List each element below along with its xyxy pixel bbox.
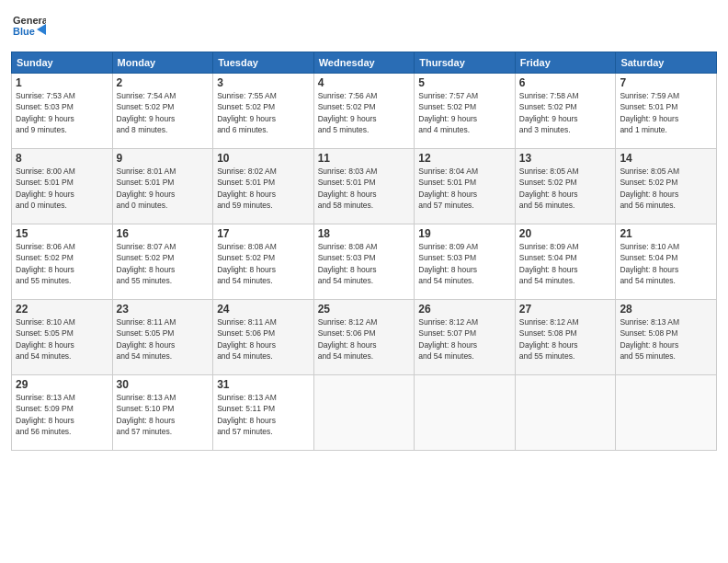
day-number: 25 [318,303,411,316]
day-info: Sunrise: 8:13 AM Sunset: 5:10 PM Dayligh… [117,392,210,437]
day-info: Sunrise: 8:09 AM Sunset: 5:03 PM Dayligh… [418,241,511,286]
day-number: 12 [418,152,511,165]
calendar-cell [415,375,516,451]
day-info: Sunrise: 7:53 AM Sunset: 5:03 PM Dayligh… [16,90,108,135]
day-info: Sunrise: 8:10 AM Sunset: 5:04 PM Dayligh… [620,241,712,286]
calendar-cell: 5Sunrise: 7:57 AM Sunset: 5:02 PM Daylig… [415,74,516,149]
calendar-cell: 4Sunrise: 7:56 AM Sunset: 5:02 PM Daylig… [313,74,415,149]
day-info: Sunrise: 8:05 AM Sunset: 5:02 PM Dayligh… [620,166,712,211]
day-number: 24 [217,303,310,316]
calendar-cell: 26Sunrise: 8:12 AM Sunset: 5:07 PM Dayli… [415,300,516,375]
logo-icon: General Blue [11,9,46,44]
weekday-header-sunday: Sunday [12,52,113,74]
calendar-cell: 3Sunrise: 7:55 AM Sunset: 5:02 PM Daylig… [213,74,314,149]
day-info: Sunrise: 8:00 AM Sunset: 5:01 PM Dayligh… [16,166,108,211]
svg-text:Blue: Blue [13,26,35,37]
calendar-week-3: 15Sunrise: 8:06 AM Sunset: 5:02 PM Dayli… [12,224,717,300]
calendar-week-4: 22Sunrise: 8:10 AM Sunset: 5:05 PM Dayli… [12,300,717,375]
svg-text:General: General [13,15,46,26]
day-number: 17 [217,227,310,240]
day-info: Sunrise: 8:08 AM Sunset: 5:03 PM Dayligh… [318,241,411,286]
calendar-cell: 17Sunrise: 8:08 AM Sunset: 5:02 PM Dayli… [213,224,314,300]
day-number: 23 [117,303,210,316]
day-number: 3 [217,76,310,89]
day-number: 26 [418,303,511,316]
calendar-cell: 11Sunrise: 8:03 AM Sunset: 5:01 PM Dayli… [313,149,415,224]
calendar-cell [313,375,415,451]
day-number: 13 [519,152,612,165]
day-number: 27 [519,303,612,316]
calendar-cell: 28Sunrise: 8:13 AM Sunset: 5:08 PM Dayli… [616,300,717,375]
day-number: 22 [16,303,108,316]
day-info: Sunrise: 8:05 AM Sunset: 5:02 PM Dayligh… [519,166,612,211]
day-number: 11 [318,152,411,165]
day-number: 15 [16,227,108,240]
calendar-cell: 7Sunrise: 7:59 AM Sunset: 5:01 PM Daylig… [616,74,717,149]
calendar-cell: 8Sunrise: 8:00 AM Sunset: 5:01 PM Daylig… [12,149,113,224]
weekday-header-saturday: Saturday [616,52,717,74]
calendar-cell: 16Sunrise: 8:07 AM Sunset: 5:02 PM Dayli… [112,224,213,300]
calendar-cell: 14Sunrise: 8:05 AM Sunset: 5:02 PM Dayli… [616,149,717,224]
calendar-week-5: 29Sunrise: 8:13 AM Sunset: 5:09 PM Dayli… [12,375,717,451]
day-info: Sunrise: 8:10 AM Sunset: 5:05 PM Dayligh… [16,316,108,362]
day-info: Sunrise: 8:01 AM Sunset: 5:01 PM Dayligh… [117,166,210,211]
day-number: 10 [217,152,310,165]
day-info: Sunrise: 7:57 AM Sunset: 5:02 PM Dayligh… [418,90,511,135]
day-info: Sunrise: 8:12 AM Sunset: 5:06 PM Dayligh… [318,316,411,362]
day-number: 4 [318,76,411,89]
calendar-cell: 31Sunrise: 8:13 AM Sunset: 5:11 PM Dayli… [213,375,314,451]
calendar-cell: 2Sunrise: 7:54 AM Sunset: 5:02 PM Daylig… [112,74,213,149]
calendar-cell: 19Sunrise: 8:09 AM Sunset: 5:03 PM Dayli… [415,224,516,300]
day-info: Sunrise: 8:12 AM Sunset: 5:08 PM Dayligh… [519,316,612,362]
day-info: Sunrise: 7:59 AM Sunset: 5:01 PM Dayligh… [620,90,712,135]
weekday-header-tuesday: Tuesday [213,52,314,74]
day-number: 30 [117,378,210,391]
day-number: 5 [418,76,511,89]
calendar-cell: 24Sunrise: 8:11 AM Sunset: 5:06 PM Dayli… [213,300,314,375]
calendar-cell: 29Sunrise: 8:13 AM Sunset: 5:09 PM Dayli… [12,375,113,451]
calendar-cell: 23Sunrise: 8:11 AM Sunset: 5:05 PM Dayli… [112,300,213,375]
day-info: Sunrise: 8:03 AM Sunset: 5:01 PM Dayligh… [318,166,411,211]
day-number: 16 [117,227,210,240]
calendar-cell: 9Sunrise: 8:01 AM Sunset: 5:01 PM Daylig… [112,149,213,224]
page-container: General Blue SundayMondayTuesdayWednesda… [0,0,728,458]
logo: General Blue [11,9,46,44]
weekday-header-thursday: Thursday [415,52,516,74]
day-number: 19 [418,227,511,240]
day-number: 20 [519,227,612,240]
day-info: Sunrise: 8:02 AM Sunset: 5:01 PM Dayligh… [217,166,310,211]
day-number: 14 [620,152,712,165]
calendar-cell: 27Sunrise: 8:12 AM Sunset: 5:08 PM Dayli… [515,300,616,375]
day-number: 31 [217,378,310,391]
day-number: 7 [620,76,712,89]
day-info: Sunrise: 8:12 AM Sunset: 5:07 PM Dayligh… [418,316,511,362]
weekday-header-friday: Friday [515,52,616,74]
day-info: Sunrise: 8:13 AM Sunset: 5:08 PM Dayligh… [620,316,712,362]
calendar-cell [616,375,717,451]
weekday-header-wednesday: Wednesday [313,52,415,74]
day-number: 29 [16,378,108,391]
calendar-cell: 6Sunrise: 7:58 AM Sunset: 5:02 PM Daylig… [515,74,616,149]
calendar-cell: 25Sunrise: 8:12 AM Sunset: 5:06 PM Dayli… [313,300,415,375]
calendar-body: 1Sunrise: 7:53 AM Sunset: 5:03 PM Daylig… [12,74,717,451]
day-info: Sunrise: 8:13 AM Sunset: 5:09 PM Dayligh… [16,392,108,437]
day-number: 21 [620,227,712,240]
weekday-header-row: SundayMondayTuesdayWednesdayThursdayFrid… [12,52,717,74]
day-number: 18 [318,227,411,240]
day-number: 9 [117,152,210,165]
header: General Blue [11,9,717,44]
day-info: Sunrise: 7:55 AM Sunset: 5:02 PM Dayligh… [217,90,310,135]
calendar-week-2: 8Sunrise: 8:00 AM Sunset: 5:01 PM Daylig… [12,149,717,224]
calendar-cell: 12Sunrise: 8:04 AM Sunset: 5:01 PM Dayli… [415,149,516,224]
calendar-cell: 15Sunrise: 8:06 AM Sunset: 5:02 PM Dayli… [12,224,113,300]
calendar-cell: 22Sunrise: 8:10 AM Sunset: 5:05 PM Dayli… [12,300,113,375]
calendar-cell: 13Sunrise: 8:05 AM Sunset: 5:02 PM Dayli… [515,149,616,224]
day-info: Sunrise: 8:09 AM Sunset: 5:04 PM Dayligh… [519,241,612,286]
day-number: 28 [620,303,712,316]
day-info: Sunrise: 7:54 AM Sunset: 5:02 PM Dayligh… [117,90,210,135]
day-number: 6 [519,76,612,89]
calendar-cell: 20Sunrise: 8:09 AM Sunset: 5:04 PM Dayli… [515,224,616,300]
calendar-cell: 10Sunrise: 8:02 AM Sunset: 5:01 PM Dayli… [213,149,314,224]
day-info: Sunrise: 7:56 AM Sunset: 5:02 PM Dayligh… [318,90,411,135]
weekday-header-monday: Monday [112,52,213,74]
